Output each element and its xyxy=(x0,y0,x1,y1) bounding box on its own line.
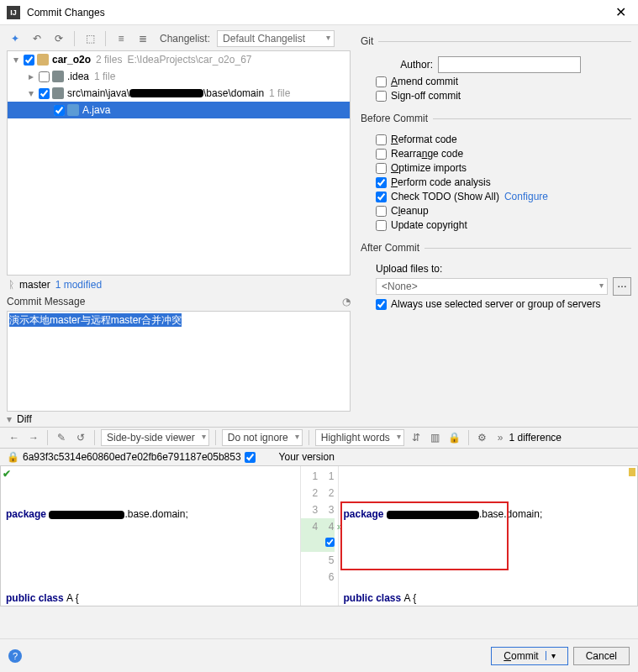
reload-icon[interactable]: ⟳ xyxy=(50,30,67,47)
highlight-combo[interactable]: Highlight words xyxy=(315,429,404,446)
history-icon[interactable]: ◔ xyxy=(342,296,351,307)
diff-label: Diff xyxy=(17,413,32,425)
diff-right-pane[interactable]: package .base.domain; public class A { p… xyxy=(339,466,638,606)
diff-gutter: 1 1 2 2 3 3 4 4» 5 6 xyxy=(300,466,339,606)
cancel-button[interactable]: Cancel xyxy=(573,647,630,665)
commit-hash: 6a93f3c5314e60860ed7e02fb6e791187e05b853 xyxy=(23,451,241,463)
changelist-label: Changelist: xyxy=(160,33,210,45)
sync-scroll-icon[interactable]: ⇵ xyxy=(409,430,424,445)
author-label: Author: xyxy=(376,59,433,71)
file-checkbox[interactable] xyxy=(54,105,65,116)
configure-link[interactable]: Configure xyxy=(504,191,548,202)
changelist-combo[interactable]: Default Changelist xyxy=(217,30,335,47)
include-file-checkbox[interactable] xyxy=(245,452,256,463)
rearrange-checkbox[interactable]: Rearrange code xyxy=(376,148,463,160)
optimize-checkbox[interactable]: Optimize imports xyxy=(376,162,467,174)
expand-icon[interactable]: ≡ xyxy=(113,30,129,47)
copyright-checkbox[interactable]: Update copyright xyxy=(376,219,467,231)
commit-dropdown-icon[interactable]: ▾ xyxy=(546,651,556,660)
before-legend: Before Commit xyxy=(361,113,433,124)
signoff-checkbox[interactable]: Sign-off commit xyxy=(376,90,461,102)
analysis-checkbox[interactable]: Perform code analysis xyxy=(376,176,491,188)
lock-icon[interactable]: 🔒 xyxy=(447,430,462,445)
chevron-right-icon[interactable]: ▸ xyxy=(26,71,36,82)
commit-message-input[interactable]: 演示本地master与远程master合并冲突 xyxy=(7,311,351,412)
ignore-combo[interactable]: Do not ignore xyxy=(222,429,303,446)
reformat-checkbox[interactable]: Reformat code xyxy=(376,134,457,145)
tree-leaf[interactable]: A.java xyxy=(82,104,110,116)
undo-icon[interactable]: ↶ xyxy=(29,30,45,47)
cleanup-checkbox[interactable]: Cleanup xyxy=(376,205,429,217)
diff-collapse-icon[interactable]: ▾ xyxy=(7,413,12,425)
rollback-icon[interactable]: ↺ xyxy=(73,430,88,445)
next-diff-icon[interactable]: → xyxy=(26,430,41,445)
git-legend: Git xyxy=(361,35,378,47)
warning-marker xyxy=(629,468,635,476)
file-tree[interactable]: ▾ car_o2o 2 files E:\IdeaProjects\car_o2… xyxy=(7,50,351,276)
collapse-icon[interactable]: ≣ xyxy=(134,30,151,47)
upload-browse-button[interactable]: … xyxy=(613,277,631,296)
close-icon[interactable]: ✕ xyxy=(610,3,631,22)
commit-button[interactable]: Commit▾ xyxy=(491,647,567,665)
amend-checkbox[interactable]: Amend commit xyxy=(376,76,458,87)
chevron-down-icon[interactable]: ▾ xyxy=(26,87,36,99)
folder-icon xyxy=(52,71,64,82)
after-legend: After Commit xyxy=(361,242,424,254)
prev-diff-icon[interactable]: ← xyxy=(7,430,22,445)
idea-checkbox[interactable] xyxy=(39,71,50,82)
root-checkbox[interactable] xyxy=(24,55,34,66)
line-checkbox[interactable] xyxy=(325,538,335,547)
layout-icon[interactable]: ▥ xyxy=(428,430,443,445)
refresh-icon[interactable]: ✦ xyxy=(7,30,24,47)
group-icon[interactable]: ⬚ xyxy=(82,30,98,47)
diff-left-pane[interactable]: ✔ package .base.domain; public class A {… xyxy=(1,466,300,606)
branch-name: master xyxy=(19,279,50,291)
lock-icon: 🔒 xyxy=(7,451,19,463)
author-input[interactable] xyxy=(438,56,581,73)
diff-count: 1 difference xyxy=(509,432,562,444)
modified-link[interactable]: 1 modified xyxy=(55,279,102,291)
todo-checkbox[interactable]: Check TODO (Show All) xyxy=(376,191,499,202)
window-title: Commit Changes xyxy=(27,7,610,18)
app-icon: IJ xyxy=(7,6,20,19)
check-icon: ✔ xyxy=(3,468,11,480)
commit-message-label: Commit Message xyxy=(7,296,85,307)
upload-combo[interactable]: <None> xyxy=(376,278,608,295)
tree-root-name: car_o2o xyxy=(52,54,91,66)
always-server-checkbox[interactable]: Always use selected server or group of s… xyxy=(376,298,600,310)
edit-icon[interactable]: ✎ xyxy=(54,430,69,445)
upload-label: Upload files to: xyxy=(376,263,442,275)
module-icon xyxy=(37,54,49,66)
viewer-combo[interactable]: Side-by-side viewer xyxy=(101,429,209,446)
gear-icon[interactable]: ⚙ xyxy=(475,430,490,445)
src-checkbox[interactable] xyxy=(39,88,50,99)
redacted-text xyxy=(129,89,203,97)
chevron-down-icon[interactable]: ▾ xyxy=(11,54,21,66)
help-icon[interactable]: ? xyxy=(8,649,22,663)
folder-icon xyxy=(52,87,64,99)
branch-icon: ᚱ xyxy=(8,279,14,291)
your-version-label: Your version xyxy=(274,451,631,463)
java-file-icon xyxy=(67,104,79,116)
